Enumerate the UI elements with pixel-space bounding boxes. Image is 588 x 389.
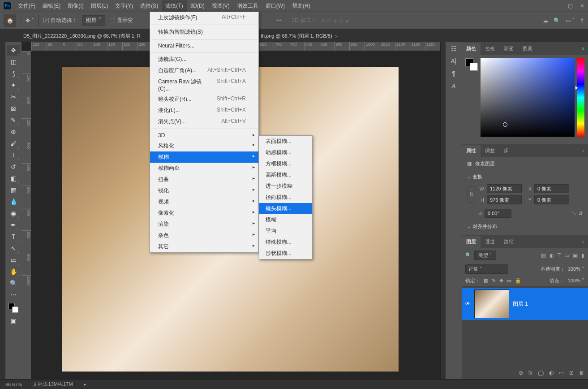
filter-menu-item[interactable]: 模糊 — [150, 151, 258, 163]
filter-menu-item[interactable]: 滤镜库(G)... — [150, 54, 258, 65]
close-icon[interactable]: ✕ — [580, 3, 584, 9]
align-section[interactable]: 对齐并分布 — [467, 221, 583, 232]
panel-menu-icon[interactable]: ≡ — [578, 44, 588, 53]
blur-menu-item[interactable]: 动感模糊... — [259, 147, 312, 158]
auto-select-checkbox[interactable] — [43, 18, 49, 23]
edit-toolbar[interactable]: ⋯ — [7, 290, 20, 300]
frame-tool[interactable]: ⊠ — [7, 103, 20, 114]
filter-menu-item[interactable]: 3D — [150, 130, 258, 140]
filter-menu-item[interactable]: 液化(L)...Shift+Ctrl+X — [150, 105, 258, 116]
visibility-icon[interactable]: 👁 — [465, 301, 471, 307]
show-transform-checkbox[interactable] — [110, 18, 115, 23]
character-panel-icon[interactable]: A| — [451, 57, 457, 65]
filter-images-icon[interactable]: ▦ — [541, 252, 546, 259]
tab-swatches[interactable]: 色板 — [481, 43, 499, 55]
flip-v-icon[interactable]: ⇵ — [579, 211, 583, 216]
paragraph-panel-icon[interactable]: ¶ — [452, 70, 455, 77]
history-panel-icon[interactable]: ☷ — [451, 45, 457, 52]
filter-menu-item[interactable]: 其它 — [150, 241, 258, 252]
3d-icons[interactable]: ⚙ ⊕ ◈ ⊞ ▣ — [321, 17, 349, 24]
blur-menu-item[interactable]: 进一步模糊 — [259, 181, 312, 192]
group-icon[interactable]: ▭ — [559, 370, 564, 376]
filter-menu-item[interactable]: 视频 — [150, 196, 258, 207]
brush-tool[interactable]: 🖌 — [7, 138, 20, 149]
history-brush-tool[interactable]: ↺ — [7, 161, 20, 172]
filter-adjust-icon[interactable]: ◐ — [549, 252, 554, 259]
dodge-tool[interactable]: ◉ — [7, 208, 20, 219]
menu-layer[interactable]: 图层(L) — [87, 0, 112, 12]
opacity-input[interactable]: 100% ˅ — [568, 266, 584, 272]
type-tool[interactable]: T — [7, 231, 20, 242]
lasso-tool[interactable]: ⟆ — [7, 68, 20, 79]
lock-pixels-icon[interactable]: ▦ — [484, 278, 488, 284]
fg-bg-colors[interactable] — [465, 58, 478, 71]
workspace-icon[interactable]: ▭ ˅ — [566, 17, 575, 24]
filter-menu-item[interactable]: 镜头校正(R)...Shift+Ctrl+R — [150, 94, 258, 105]
tab-patterns[interactable]: 图案 — [518, 43, 537, 55]
blur-menu-item[interactable]: 高斯模糊... — [259, 169, 312, 181]
blur-menu-item[interactable]: 镜头模糊... — [259, 203, 312, 214]
move-tool-icon[interactable]: ✥ ˅ — [26, 17, 34, 24]
color-swatch-tool[interactable] — [7, 301, 20, 315]
tab-adjustments[interactable]: 调整 — [481, 145, 499, 157]
menu-filter[interactable]: 滤镜(T) — [162, 0, 186, 12]
filter-menu-item[interactable]: 转换为智能滤镜(S) — [150, 26, 258, 38]
glyph-panel-icon[interactable]: A — [451, 82, 455, 90]
blur-menu-item[interactable]: 表面模糊... — [259, 136, 312, 147]
auto-select-target[interactable]: 图层 ˅ — [82, 15, 105, 26]
lock-position-icon[interactable]: ✎ — [492, 278, 496, 284]
angle-input[interactable] — [485, 209, 511, 218]
width-input[interactable] — [487, 184, 522, 193]
blur-menu-item[interactable]: 特殊模糊... — [259, 237, 312, 248]
filter-type-icon[interactable]: T — [558, 252, 561, 259]
filter-menu-item[interactable]: 渲染 — [150, 219, 258, 230]
tab-paths[interactable]: 路径 — [499, 236, 518, 248]
panel-menu-icon[interactable]: ≡ — [578, 237, 588, 246]
menu-select[interactable]: 选择(S) — [137, 0, 162, 12]
color-field[interactable] — [481, 58, 575, 137]
marquee-tool[interactable]: ◫ — [7, 56, 20, 67]
status-arrow-icon[interactable]: ▸ — [84, 381, 86, 387]
transform-section[interactable]: 变换 — [467, 172, 583, 182]
move-tool[interactable]: ✥ — [7, 45, 20, 56]
eraser-tool[interactable]: ◧ — [7, 173, 20, 184]
menu-edit[interactable]: 编辑(E) — [39, 0, 64, 12]
lock-move-icon[interactable]: ✥ — [499, 278, 503, 284]
close-tab-icon[interactable]: × — [335, 34, 338, 39]
share-icon[interactable]: ⇪ — [580, 17, 584, 24]
healing-tool[interactable]: ⊕ — [7, 126, 20, 137]
crop-tool[interactable]: ✂ — [7, 91, 20, 102]
menu-window[interactable]: 窗口(W) — [262, 0, 288, 12]
filter-menu-item[interactable]: 上次滤镜操作(F)Alt+Ctrl+F — [150, 12, 258, 23]
tab-channels[interactable]: 通道 — [481, 236, 499, 248]
menu-help[interactable]: 帮助(H) — [288, 0, 314, 12]
tab-properties[interactable]: 属性 — [462, 145, 481, 157]
lock-artboard-icon[interactable]: ▭ — [507, 278, 511, 284]
filter-menu-item[interactable]: 模糊画廊 — [150, 163, 258, 174]
lock-all-icon[interactable]: 🔒 — [515, 278, 521, 284]
stamp-tool[interactable]: ⊥ — [7, 150, 20, 160]
filter-menu-item[interactable]: 扭曲 — [150, 174, 258, 185]
blend-mode-select[interactable]: 正常 ˅ — [465, 264, 508, 274]
delete-icon[interactable]: 🗑 — [579, 370, 584, 376]
maximize-icon[interactable]: ▢ — [568, 3, 573, 9]
filter-menu-item[interactable]: 消失点(V)...Alt+Ctrl+V — [150, 116, 258, 127]
x-input[interactable] — [534, 184, 569, 193]
filter-shape-icon[interactable]: ▭ — [564, 252, 569, 259]
blur-tool[interactable]: 💧 — [7, 196, 20, 207]
filter-menu-item[interactable]: 锐化 — [150, 185, 258, 196]
mask-icon[interactable]: ◯ — [538, 370, 544, 376]
filter-menu-item[interactable]: Neural Filters... — [150, 41, 258, 51]
panel-menu-icon[interactable]: ≡ — [578, 146, 588, 155]
y-input[interactable] — [534, 195, 569, 204]
fx-icon[interactable]: fx — [528, 370, 532, 376]
minimize-icon[interactable]: — — [555, 3, 561, 9]
pen-tool[interactable]: ✒ — [7, 220, 20, 230]
blur-menu-item[interactable]: 模糊 — [259, 214, 312, 225]
fill-input[interactable]: 100% ˅ — [568, 278, 584, 284]
flip-h-icon[interactable]: ⇋ — [572, 211, 576, 216]
menu-image[interactable]: 图像(I) — [64, 0, 87, 12]
filter-menu-item[interactable]: 风格化 — [150, 140, 258, 151]
layer-row[interactable]: 👁 图层 1 — [462, 288, 588, 320]
tab-gradients[interactable]: 渐变 — [499, 43, 518, 55]
